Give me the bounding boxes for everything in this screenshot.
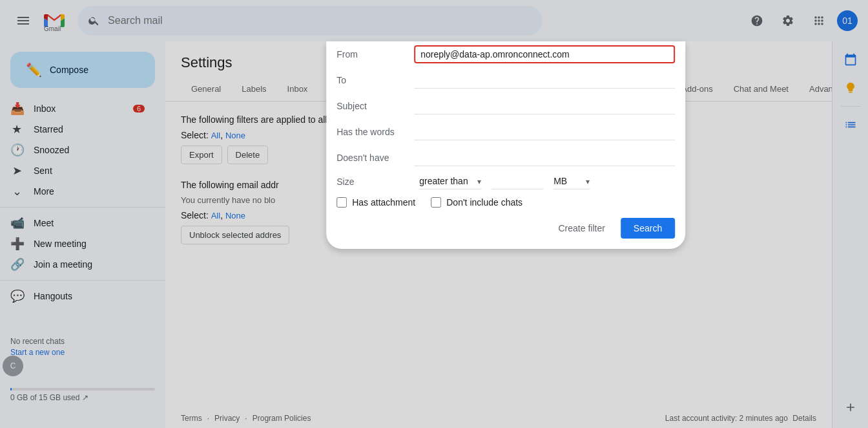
terms-link[interactable]: Terms bbox=[181, 414, 202, 423]
join-icon: 🔗 bbox=[10, 257, 23, 272]
tab-labels[interactable]: Labels bbox=[231, 79, 276, 101]
doesnt-have-input[interactable] bbox=[414, 150, 675, 166]
to-label: To bbox=[336, 75, 414, 85]
has-words-input[interactable] bbox=[414, 124, 675, 140]
sent-icon: ➤ bbox=[10, 164, 23, 178]
storage-bar bbox=[10, 388, 155, 391]
sidebar-item-snoozed[interactable]: 🕐 Snoozed bbox=[0, 140, 155, 160]
create-filter-button[interactable]: Create filter bbox=[548, 218, 615, 239]
dont-include-chats-checkbox-label[interactable]: Don't include chats bbox=[431, 197, 522, 208]
tasks-icon-btn[interactable] bbox=[838, 112, 863, 138]
size-comparison-select[interactable]: greater than less than bbox=[419, 173, 481, 189]
inbox-icon: 📥 bbox=[10, 102, 23, 116]
select-none-link[interactable]: None bbox=[225, 131, 245, 140]
search-filter-dialog: From To Subject Has the words Doesn't ha… bbox=[326, 41, 685, 249]
tab-general[interactable]: General bbox=[181, 79, 231, 101]
doesnt-have-label: Doesn't have bbox=[336, 153, 414, 163]
menu-button[interactable] bbox=[10, 8, 36, 34]
program-policies-link[interactable]: Program Policies bbox=[253, 414, 311, 423]
right-sidebar bbox=[832, 41, 868, 428]
export-button[interactable]: Export bbox=[181, 145, 222, 164]
tab-chat-meet[interactable]: Chat and Meet bbox=[723, 79, 799, 101]
doesnt-have-row: Doesn't have bbox=[326, 145, 685, 171]
tab-inbox[interactable]: Inbox bbox=[277, 79, 318, 101]
starred-label: Starred bbox=[34, 124, 63, 134]
add-right-sidebar-btn[interactable] bbox=[840, 397, 861, 418]
size-unit-select[interactable]: MB KB Bytes bbox=[553, 173, 590, 189]
right-sidebar-divider bbox=[841, 106, 860, 107]
search-input[interactable] bbox=[108, 15, 532, 27]
checkbox-row: Has attachment Don't include chats bbox=[326, 192, 685, 213]
snoozed-label: Snoozed bbox=[34, 145, 69, 155]
sidebar: ✏️ Compose 📥 Inbox 6 ★ Starred 🕐 Snoozed… bbox=[0, 41, 165, 428]
calendar-icon-btn[interactable] bbox=[838, 47, 863, 72]
hangouts-label: Hangouts bbox=[34, 291, 72, 301]
start-chat-link[interactable]: Start a new one bbox=[10, 348, 65, 357]
sidebar-item-starred[interactable]: ★ Starred bbox=[0, 119, 155, 140]
blocked-select-label: Select: bbox=[181, 210, 209, 220]
inbox-badge: 6 bbox=[133, 105, 145, 112]
compose-label: Compose bbox=[50, 65, 88, 75]
gmail-logo-icon: Gmail bbox=[41, 8, 67, 34]
compose-icon: ✏️ bbox=[26, 62, 42, 78]
keep-icon-btn[interactable] bbox=[838, 75, 863, 101]
unblock-button[interactable]: Unblock selected addres bbox=[181, 226, 289, 244]
sidebar-item-join[interactable]: 🔗 Join a meeting bbox=[0, 254, 155, 275]
last-activity-text: Last account activity: 2 minutes ago bbox=[665, 414, 788, 423]
subject-row: Subject bbox=[326, 93, 685, 119]
has-attachment-checkbox-label[interactable]: Has attachment bbox=[336, 197, 415, 208]
sidebar-item-hangouts[interactable]: 💬 Hangouts bbox=[0, 286, 155, 306]
delete-button[interactable]: Delete bbox=[227, 145, 269, 164]
to-input[interactable] bbox=[414, 72, 675, 89]
apps-button[interactable] bbox=[806, 8, 832, 34]
gmail-logo[interactable]: Gmail bbox=[41, 8, 67, 34]
new-meeting-icon: ➕ bbox=[10, 237, 23, 251]
select-label: Select: bbox=[181, 130, 209, 140]
dont-include-chats-checkbox[interactable] bbox=[431, 197, 441, 208]
subject-label: Subject bbox=[336, 101, 414, 111]
subject-input[interactable] bbox=[414, 98, 675, 114]
privacy-link[interactable]: Privacy bbox=[214, 414, 240, 423]
has-attachment-label: Has attachment bbox=[352, 197, 415, 208]
top-right-actions: 01 bbox=[744, 8, 858, 34]
storage-link-icon[interactable]: ↗ bbox=[82, 393, 88, 402]
user-avatar[interactable]: 01 bbox=[837, 10, 858, 31]
help-button[interactable] bbox=[744, 8, 770, 34]
size-value-input[interactable] bbox=[491, 173, 543, 189]
settings-button[interactable] bbox=[775, 8, 801, 34]
blocked-all-link[interactable]: All bbox=[211, 211, 220, 220]
from-input[interactable] bbox=[414, 45, 675, 63]
svg-text:Gmail: Gmail bbox=[44, 25, 61, 32]
no-chats-text: No recent chats Start a new one bbox=[0, 331, 165, 363]
search-button[interactable]: Search bbox=[621, 218, 675, 239]
hangouts-icon: 💬 bbox=[10, 289, 23, 303]
has-attachment-checkbox[interactable] bbox=[336, 197, 347, 208]
compose-button[interactable]: ✏️ Compose bbox=[10, 52, 155, 88]
footer-right: Last account activity: 2 minutes ago Det… bbox=[665, 414, 816, 423]
has-words-label: Has the words bbox=[336, 127, 414, 137]
to-row: To bbox=[326, 67, 685, 93]
sidebar-item-new-meeting[interactable]: ➕ New meeting bbox=[0, 233, 155, 254]
sidebar-item-more[interactable]: ⌄ More bbox=[0, 181, 155, 202]
more-label: More bbox=[34, 186, 54, 197]
dialog-actions: Create filter Search bbox=[326, 213, 685, 239]
blocked-none-link[interactable]: None bbox=[225, 211, 245, 220]
sidebar-item-sent[interactable]: ➤ Sent bbox=[0, 160, 155, 181]
sidebar-item-inbox[interactable]: 📥 Inbox 6 bbox=[0, 98, 155, 119]
storage-bar-fill bbox=[10, 388, 12, 391]
details-link[interactable]: Details bbox=[792, 414, 816, 423]
tab-advanced[interactable]: Advanced bbox=[799, 79, 832, 101]
search-bar[interactable] bbox=[78, 6, 542, 36]
meet-label: Meet bbox=[34, 218, 54, 228]
sidebar-item-meet[interactable]: 📹 Meet bbox=[0, 213, 155, 233]
join-label: Join a meeting bbox=[34, 259, 92, 270]
new-meeting-label: New meeting bbox=[34, 239, 87, 249]
snoozed-icon: 🕐 bbox=[10, 143, 23, 157]
dont-include-chats-label: Don't include chats bbox=[446, 197, 522, 208]
size-unit-wrapper: MB KB Bytes bbox=[553, 173, 590, 189]
has-words-row: Has the words bbox=[326, 119, 685, 145]
select-all-link[interactable]: All bbox=[211, 131, 220, 140]
hamburger-icon bbox=[17, 20, 29, 21]
search-icon bbox=[88, 14, 100, 27]
footer: Terms · Privacy · Program Policies Last … bbox=[165, 409, 832, 428]
